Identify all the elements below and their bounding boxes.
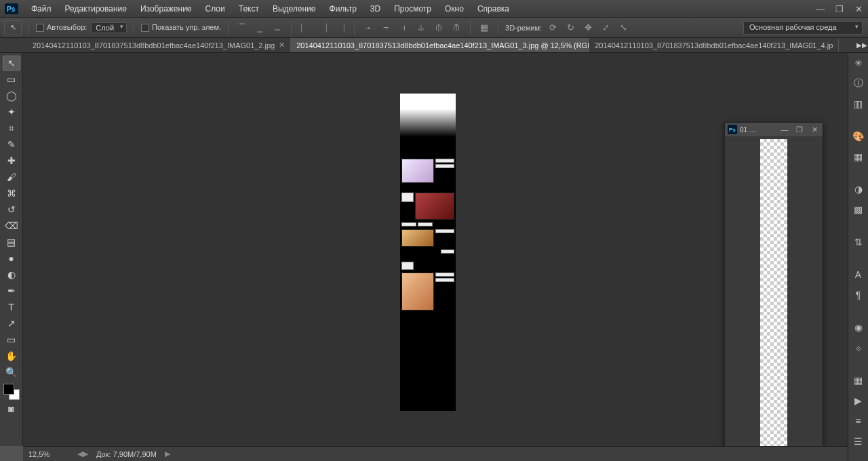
main-menu-bar: Ps Файл Редактирование Изображение Слои … [0,0,868,18]
menu-3d[interactable]: 3D [363,0,387,17]
eyedropper-tool[interactable]: ✎ [3,137,20,152]
dodge-tool[interactable]: ◐ [3,267,20,282]
menu-filter[interactable]: Фильтр [323,0,363,17]
3d-scene-panel-icon[interactable]: ⟐ [851,340,866,355]
canvas-content [400,248,456,255]
navigator-panel[interactable]: Ps 01 … — ❐ ✕ ⋰ [724,122,823,446]
zoom-stepper-icon[interactable]: ◀▶ [77,449,88,458]
tab-nav-right[interactable]: ▶▶ [856,38,868,52]
align-vcenter-icon[interactable]: ⎯ [253,21,267,35]
character-panel-icon[interactable]: A [851,267,866,282]
3d-slide-icon[interactable]: ⤢ [599,21,612,35]
distribute-bottom-icon[interactable]: ⫞ [397,21,410,35]
separator [470,21,471,35]
brush-tool[interactable]: 🖌 [3,169,20,184]
hand-tool[interactable]: ✋ [3,348,20,363]
stamp-tool[interactable]: ⌘ [3,186,20,201]
tab-label: 20140412110103_8701837513d8bdb01efbac4ae… [296,41,589,49]
align-bottom-icon[interactable]: ⎽ [271,21,284,35]
blur-tool[interactable]: ● [3,251,20,266]
menu-image[interactable]: Изображение [134,0,199,17]
menu-help[interactable]: Справка [471,0,516,17]
auto-align-icon[interactable]: ▦ [477,21,491,35]
distribute-right-icon[interactable]: ⫚ [450,21,463,35]
menu-window[interactable]: Окно [438,0,471,17]
eraser-tool[interactable]: ⌫ [3,218,20,233]
menu-type[interactable]: Текст [232,0,266,17]
menu-edit[interactable]: Редактирование [58,0,134,17]
histogram-panel-icon[interactable]: ▥ [851,96,866,111]
marquee-tool[interactable]: ▭ [3,72,20,87]
panel-close-button[interactable]: ✕ [809,125,820,134]
zoom-tool[interactable]: 🔍 [3,365,20,380]
adjustments-panel-icon[interactable]: ◑ [851,182,866,197]
distribute-vcenter-icon[interactable]: ⫟ [379,21,393,35]
history-panel-icon[interactable]: ✳ [851,56,866,71]
3d-roll-icon[interactable]: ↻ [564,21,577,35]
foreground-color-swatch[interactable] [3,384,14,395]
window-close-button[interactable]: ✕ [849,0,868,18]
menu-file[interactable]: Файл [24,0,58,17]
distribute-top-icon[interactable]: ⫠ [361,21,375,35]
paragraph-panel-icon[interactable]: ¶ [851,287,866,302]
distribute-left-icon[interactable]: ⫝ [414,21,428,35]
workspace-dropdown[interactable]: Основная рабочая среда [743,21,863,35]
window-maximize-button[interactable]: ❐ [830,0,849,18]
show-transform-checkbox[interactable]: Показать упр. элем. [141,23,221,32]
styles-panel-icon[interactable]: ▩ [851,202,866,217]
move-tool[interactable]: ↖ [3,56,20,71]
distribute-hcenter-icon[interactable]: ⫛ [432,21,446,35]
doc-tab-1[interactable]: 20140412110103_8701837513d8bdb01efbac4ae… [27,38,291,52]
info-panel-icon[interactable]: ⓘ [851,76,866,91]
text-tool[interactable]: T [3,300,20,315]
gradient-tool[interactable]: ▤ [3,235,20,249]
3d-rotate-icon[interactable]: ⟳ [546,21,559,35]
swatches-panel-icon[interactable]: ▦ [851,149,866,164]
panel-maximize-button[interactable]: ❐ [794,125,805,134]
auto-select-checkbox[interactable]: Автовыбор: [36,23,87,32]
3d-scale-icon[interactable]: ⤡ [616,21,630,35]
more-panel-icon[interactable]: ☰ [851,434,866,449]
quick-mask-toggle[interactable]: ◙ [3,401,20,416]
menu-layers[interactable]: Слои [199,0,232,17]
panel-minimize-button[interactable]: — [779,125,790,134]
color-panel-icon[interactable]: 🎨 [851,129,866,144]
3d-panel-icon[interactable]: ◉ [851,320,866,335]
canvas-content [400,260,456,271]
history-brush-tool[interactable]: ↺ [3,202,20,217]
3d-pan-icon[interactable]: ✥ [581,21,595,35]
menu-select[interactable]: Выделение [266,0,323,17]
doc-tab-3[interactable]: 20140412110103_8701837513d8bdb01efbac4ae… [589,38,839,52]
document-canvas[interactable] [400,94,456,411]
window-minimize-button[interactable]: — [811,0,830,18]
layer-dropdown[interactable]: Слой [91,22,127,33]
measure-panel-icon[interactable]: ≡ [851,414,866,428]
align-hcenter-icon[interactable]: ⎹ [316,21,330,35]
tab-close-icon[interactable]: ✕ [279,41,285,49]
align-top-icon[interactable]: ⎺ [235,21,249,35]
lasso-tool[interactable]: ◯ [3,88,20,103]
zoom-value[interactable]: 12,5% [28,450,69,458]
menu-view[interactable]: Просмотр [387,0,438,17]
color-swatches[interactable] [3,384,20,400]
align-left-icon[interactable]: ⎸ [298,21,312,35]
align-right-icon[interactable]: ⎹ [334,21,347,35]
healing-tool[interactable]: ✚ [3,153,20,168]
magic-wand-tool[interactable]: ✦ [3,104,20,119]
path-select-tool[interactable]: ↗ [3,316,20,331]
separator [291,21,292,35]
active-tool-icon[interactable]: ↖ [4,20,22,35]
align-panel-icon[interactable]: ⇅ [851,235,866,249]
layers-panel-icon[interactable]: ▦ [851,373,866,388]
canvas-content [400,221,456,228]
shape-tool[interactable]: ▭ [3,332,20,347]
crop-tool[interactable]: ⌗ [3,121,20,136]
navigator-titlebar[interactable]: Ps 01 … — ❐ ✕ [725,123,823,136]
document-tabs: 20140412110103_8701837513d8bdb01efbac4ae… [0,38,868,53]
doc-tab-2[interactable]: 20140412110103_8701837513d8bdb01efbac4ae… [291,38,589,52]
status-menu-icon[interactable]: ▶ [165,449,170,458]
ps-doc-icon: Ps [728,125,737,134]
navigator-body: ⋰ [725,136,823,446]
actions-panel-icon[interactable]: ▶ [851,393,866,408]
pen-tool[interactable]: ✒ [3,283,20,298]
